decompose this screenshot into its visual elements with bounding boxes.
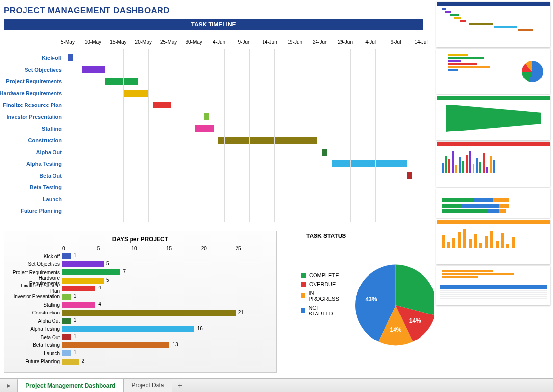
gantt-bar (124, 90, 148, 97)
gantt-tick: 9-Jun (235, 39, 254, 45)
days-row: Launch1 (10, 349, 270, 358)
days-tick: 10 (132, 246, 166, 251)
days-row-label: Finalize Resource Plan (10, 283, 62, 294)
days-value: 4 (95, 285, 101, 290)
gantt-axis: 5-May10-May15-May20-May25-May30-May4-Jun… (68, 39, 418, 49)
days-bar (62, 286, 95, 291)
thumb-gantt[interactable] (436, 2, 550, 47)
gantt-row: Investor Presentation (68, 111, 418, 123)
days-value: 1 (71, 317, 77, 323)
gantt-tick: 14-Jul (411, 39, 431, 45)
gantt-bar (322, 149, 327, 156)
gantt-tick: 29-Jun (336, 39, 355, 45)
sheet-nav-prev[interactable]: ▶ (0, 379, 18, 392)
days-value: 13 (169, 342, 178, 347)
gantt-row: Hardware Requirements (68, 87, 418, 99)
sheet-add-button[interactable]: + (172, 379, 187, 392)
gantt-row-label: Alpha Out (36, 149, 68, 155)
sheet-tab-data[interactable]: Project Data (123, 379, 172, 392)
days-row-label: Kick-off (10, 254, 62, 259)
gantt-tick: 5-May (58, 39, 78, 45)
pie-legend-item: IN PROGRESS (301, 288, 340, 303)
gantt-bar (332, 160, 407, 167)
thumb-columns-orange[interactable] (436, 219, 550, 264)
thumb-funnel[interactable] (436, 95, 550, 140)
gantt-tick: 15-May (108, 39, 128, 45)
days-row-label: Project Requirements (10, 270, 62, 275)
thumb-columns[interactable] (436, 142, 550, 187)
pie-legend: COMPLETEOVERDUEIN PROGRESSNOT STARTED (291, 246, 340, 318)
legend-label: COMPLETE (309, 272, 339, 278)
days-bar (62, 278, 104, 284)
days-row: Alpha Testing16 (10, 325, 270, 334)
svg-text:14%: 14% (409, 317, 421, 324)
days-tick: 25 (236, 246, 270, 251)
pie-chart: 43%14%14% (349, 246, 434, 364)
days-value: 21 (236, 310, 244, 315)
dashboard-main: PROJECT MANAGEMENT DASHBOARD TASK TIMELI… (0, 0, 427, 373)
gantt-row-label: Alpha Testing (26, 161, 68, 167)
gantt-bar (407, 172, 412, 179)
gantt-bar (218, 137, 317, 144)
gantt-bar (68, 54, 73, 61)
days-bar (62, 294, 71, 300)
days-row-label: Alpha Testing (10, 326, 62, 332)
gantt-tick: 4-Jun (210, 39, 229, 45)
days-value: 7 (120, 269, 126, 274)
legend-label: NOT STARTED (308, 305, 340, 316)
days-value: 5 (104, 261, 109, 266)
days-bar (62, 302, 95, 308)
gantt-row-label: Set Objectives (25, 67, 68, 73)
gantt-rows: Kick-offSet ObjectivesProject Requiremen… (68, 52, 418, 217)
thumb-table[interactable] (436, 266, 550, 305)
gantt-tick: 25-May (159, 39, 179, 45)
days-value: 5 (104, 277, 109, 283)
gantt-row: Kick-off (68, 52, 418, 64)
pie-legend-item: NOT STARTED (301, 303, 340, 318)
days-bar (62, 342, 169, 348)
days-row: Set Objectives5 (10, 261, 270, 269)
days-row-label: Beta Testing (10, 342, 62, 348)
days-axis: 0510152025 (62, 246, 270, 251)
gantt-row-label: Launch (43, 196, 68, 202)
gantt-row-label: Beta Out (39, 173, 68, 179)
days-bar (62, 253, 71, 259)
gantt-row-label: Finalize Resource Plan (3, 102, 68, 108)
legend-swatch (301, 293, 305, 298)
days-row: Construction21 (10, 309, 270, 317)
days-value: 1 (71, 334, 77, 339)
legend-swatch (301, 282, 306, 287)
days-tick: 15 (166, 246, 201, 251)
days-value: 2 (79, 358, 85, 364)
gantt-row-label: Staffing (42, 126, 68, 131)
days-value: 4 (95, 301, 101, 307)
days-value: 1 (71, 293, 77, 299)
sheet-tab-bar: ▶ Project Management Dashboard Project D… (0, 378, 553, 392)
gantt-row: Alpha Testing (68, 158, 418, 170)
gantt-row-label: Hardware Requirements (0, 90, 68, 96)
days-row-label: Launch (10, 351, 62, 356)
days-bar (62, 350, 71, 356)
gantt-bar (204, 113, 209, 120)
gantt-row: Future Planning (68, 205, 418, 217)
days-bar (62, 310, 236, 316)
days-rows: Kick-off1Set Objectives5Project Requirem… (10, 252, 270, 366)
pie-legend-item: COMPLETE (301, 271, 340, 280)
thumb-stacked[interactable] (436, 188, 550, 218)
legend-swatch (301, 273, 306, 278)
days-value: 1 (71, 253, 77, 258)
days-bar (62, 269, 120, 275)
gantt-tick: 4-Jul (361, 39, 380, 45)
gantt-bar (105, 78, 138, 85)
thumb-hbar-pie[interactable] (436, 49, 550, 94)
gantt-row-label: Project Requirements (6, 78, 68, 84)
days-row: Investor Presentation1 (10, 293, 270, 301)
days-bar (62, 359, 79, 365)
gantt-row: Set Objectives (68, 64, 418, 76)
days-row-label: Construction (10, 310, 62, 315)
sheet-tab-dashboard[interactable]: Project Management Dashboard (17, 379, 124, 392)
pie-title: TASK STATUS (291, 231, 434, 246)
days-row-label: Investor Presentation (10, 294, 62, 299)
days-row: Staffing4 (10, 301, 270, 309)
days-row: Alpha Out1 (10, 317, 270, 325)
